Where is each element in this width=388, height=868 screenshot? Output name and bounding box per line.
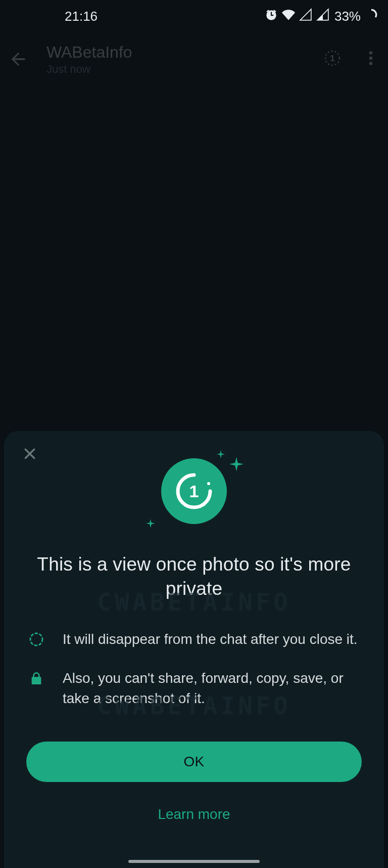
svg-point-10 — [197, 505, 200, 508]
info-text-1: It will disappear from the chat after yo… — [63, 629, 358, 650]
view-once-hero-icon: 1 — [161, 458, 227, 524]
battery-level: 33% — [334, 9, 361, 24]
status-icons: 33% — [265, 8, 378, 25]
status-time: 21:16 — [10, 9, 98, 24]
wifi-icon — [282, 8, 295, 25]
more-options-icon[interactable] — [362, 49, 380, 69]
chat-header-titles[interactable]: WABetaInfo Just now — [46, 43, 323, 76]
info-text-2: Also, you can't share, forward, copy, sa… — [63, 668, 362, 709]
sparkle-icon — [215, 449, 227, 463]
svg-point-7 — [209, 490, 212, 493]
hero-illustration: 1 — [26, 458, 362, 524]
sparkle-icon — [144, 518, 157, 533]
svg-point-6 — [207, 482, 210, 485]
svg-point-8 — [207, 497, 210, 500]
learn-more-link[interactable]: Learn more — [26, 806, 362, 822]
chat-subtitle: Just now — [46, 63, 323, 76]
disappear-icon — [28, 631, 44, 647]
svg-text:1: 1 — [189, 482, 199, 501]
lock-icon — [28, 670, 44, 686]
chat-header: WABetaInfo Just now 1 — [0, 36, 388, 82]
view-once-header-icon[interactable]: 1 — [323, 49, 342, 69]
back-arrow-icon[interactable] — [8, 49, 28, 69]
info-list: It will disappear from the chat after yo… — [26, 629, 362, 709]
chat-title: WABetaInfo — [46, 43, 323, 62]
svg-point-3 — [369, 51, 373, 55]
svg-point-4 — [369, 57, 373, 60]
svg-point-12 — [30, 633, 42, 645]
ok-button[interactable]: OK — [26, 742, 362, 782]
view-once-sheet: CWABETAINFO CWABETAINFO 1 This is — [4, 431, 384, 868]
signal2-icon — [316, 8, 329, 25]
alarm-icon — [265, 8, 278, 25]
sheet-title: This is a view once photo so it's more p… — [26, 552, 362, 601]
svg-point-0 — [366, 10, 376, 20]
status-bar: 21:16 33% — [0, 0, 388, 32]
svg-point-5 — [369, 62, 373, 65]
info-row: Also, you can't share, forward, copy, sa… — [26, 668, 362, 709]
sparkle-icon — [226, 455, 247, 479]
battery-ring-icon — [365, 8, 378, 25]
gesture-bar[interactable] — [128, 860, 260, 863]
signal-icon — [299, 8, 312, 25]
info-row: It will disappear from the chat after yo… — [26, 629, 362, 650]
svg-text:1: 1 — [330, 54, 335, 63]
svg-point-9 — [203, 503, 206, 506]
